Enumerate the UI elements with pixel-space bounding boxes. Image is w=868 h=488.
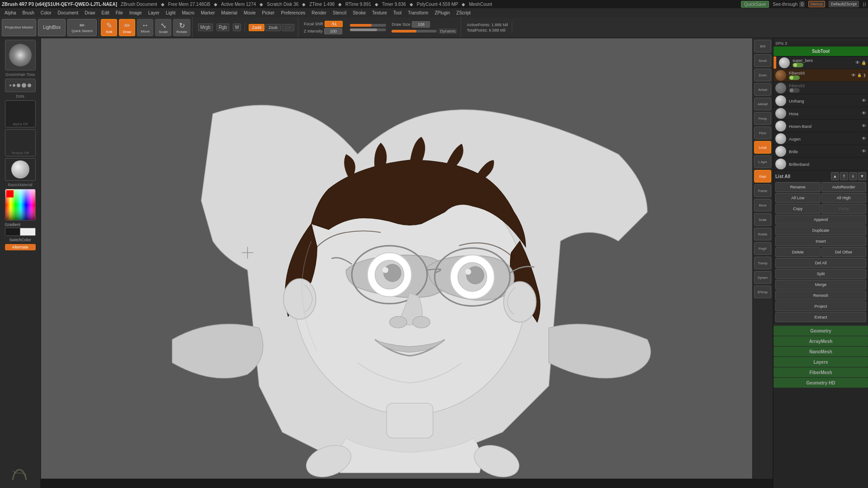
rgb-btn[interactable]: Rgb <box>217 23 229 31</box>
paste-btn[interactable]: Paste <box>821 204 867 214</box>
menu-stencil[interactable]: Stencil <box>330 9 349 16</box>
del-all-btn[interactable]: Del All <box>775 258 866 268</box>
subtool-item-hosen-band[interactable]: Hosen-Band 👁 <box>774 120 868 132</box>
subtool-eye-fibers93[interactable]: 👁 <box>851 73 856 78</box>
local-btn[interactable]: Local <box>754 141 771 154</box>
dots-preview[interactable] <box>5 79 36 92</box>
focal-shift-slider[interactable] <box>350 24 386 27</box>
quick-sketch-btn[interactable]: ✏ Quick Sketch <box>67 19 97 36</box>
nano-mesh-section[interactable]: NanoMesh <box>774 347 868 357</box>
subtool-item-fibers93b[interactable]: Fibers93 <box>774 82 868 94</box>
subtool-lock-fibers93[interactable]: 🔒 <box>857 73 862 77</box>
arrow-up[interactable]: ▲ <box>831 172 839 180</box>
menu-render[interactable]: Render <box>309 9 329 16</box>
brill-btn[interactable]: Brill <box>754 40 771 52</box>
persp-btn[interactable]: Persp <box>754 112 771 125</box>
scale-strip-btn[interactable]: Scale <box>754 213 771 226</box>
zoom-btn[interactable]: Zoom <box>754 69 771 81</box>
arrow-down[interactable]: ▼ <box>858 172 866 180</box>
remesh-btn[interactable]: Remesh <box>775 291 866 300</box>
subtool-lock-super-bers[interactable]: 🔒 <box>861 61 866 65</box>
menu-transform[interactable]: Transform <box>405 9 431 16</box>
dynam-btn[interactable]: Dynam <box>754 271 771 284</box>
menu-material[interactable]: Material <box>218 9 240 16</box>
draw-btn[interactable]: ✏ Draw <box>119 19 135 36</box>
z-intensity-slider[interactable] <box>350 28 386 31</box>
focal-shift-value[interactable]: -51 <box>325 21 343 27</box>
draw-size-slider[interactable] <box>392 30 437 33</box>
subtool-item-hosa[interactable]: Hosa 👁 <box>774 107 868 120</box>
duplicate-btn[interactable]: Duplicate <box>775 225 866 235</box>
subtool-eye-hosa[interactable]: 👁 <box>862 111 866 116</box>
gxyz-btn[interactable]: Gxyz <box>754 170 771 183</box>
menu-image[interactable]: Image <box>127 9 145 16</box>
menu-layer[interactable]: Layer <box>146 9 162 16</box>
extract-btn[interactable]: Extract <box>775 312 866 322</box>
menu-preferences[interactable]: Preferences <box>278 9 308 16</box>
move-btn[interactable]: ↔ Move <box>137 19 153 36</box>
actual-btn[interactable]: Actual <box>754 83 771 96</box>
copy-btn[interactable]: Copy <box>775 204 821 214</box>
texture-preview[interactable]: Texture Off <box>5 129 36 156</box>
m-btn[interactable]: M <box>233 23 241 31</box>
floor-btn[interactable]: Floor <box>754 127 771 139</box>
menu-document[interactable]: Document <box>55 9 81 16</box>
subtool-item-brillenband[interactable]: Brillenband <box>774 158 868 170</box>
subtool-eye-brille[interactable]: 👁 <box>862 149 866 154</box>
vis-toggle3[interactable] <box>789 88 800 93</box>
insert-btn[interactable]: Insert <box>775 236 866 246</box>
transp-btn[interactable]: Transp <box>754 257 771 269</box>
switch-color[interactable]: SwitchColor <box>9 238 31 242</box>
expand-icon[interactable]: ⟩⟩ <box>863 2 866 7</box>
subtool-item-brille[interactable]: Brille 👁 <box>774 145 868 158</box>
lightbox-btn[interactable]: LightBox <box>38 19 66 36</box>
rename-btn[interactable]: Rename <box>775 182 821 192</box>
subtool-eye-unihang[interactable]: 👁 <box>862 98 866 103</box>
menu-movie[interactable]: Movie <box>241 9 259 16</box>
array-mesh-section[interactable]: ArrayMesh <box>774 336 868 346</box>
geometry-section[interactable]: Geometry <box>774 326 868 336</box>
subtool-item-super-bers[interactable]: super_bers 👁 🔒 <box>774 56 868 69</box>
menu-tool[interactable]: Tool <box>391 9 404 16</box>
menu-alpha[interactable]: Alpha <box>2 9 19 16</box>
append-btn[interactable]: Append <box>775 215 866 225</box>
menus-btn[interactable]: Menus <box>808 1 825 7</box>
cut-btn[interactable]: Cut <box>282 24 294 31</box>
del-other-btn[interactable]: Del Other <box>821 247 867 257</box>
rotate-btn[interactable]: ↻ Rotate <box>173 19 190 36</box>
visibility-toggle[interactable] <box>793 63 803 67</box>
merge-btn[interactable]: Merge <box>775 280 866 290</box>
menu-brush[interactable]: Brush <box>20 9 37 16</box>
arrow-dn[interactable]: ⇓ <box>849 172 857 180</box>
gradient-bar[interactable] <box>5 228 36 236</box>
menu-zplugin[interactable]: ZPlugin <box>432 9 453 16</box>
edit-btn[interactable]: ✎ Edit <box>101 19 117 36</box>
move-strip-btn[interactable]: Move <box>754 199 771 211</box>
subtool-eye-augen[interactable]: 👁 <box>862 136 866 141</box>
arrow-dup[interactable]: ⇑ <box>840 172 848 180</box>
z-intensity-value[interactable]: 100 <box>324 28 342 34</box>
btemp-btn[interactable]: BTemp <box>754 286 771 298</box>
subtool-item-unihang[interactable]: Unihang 👁 <box>774 94 868 107</box>
menu-texture[interactable]: Texture <box>369 9 390 16</box>
menu-draw[interactable]: Draw <box>82 9 98 16</box>
zadd-btn[interactable]: Zadd <box>249 24 264 31</box>
menu-zscript[interactable]: ZScript <box>453 9 473 16</box>
geometry-hd-section[interactable]: Geometry HD <box>774 378 868 388</box>
canvas-area[interactable] <box>41 38 773 479</box>
material-preview[interactable] <box>5 158 36 181</box>
fiber-mesh-section[interactable]: FiberMesh <box>774 367 868 377</box>
subtool-eye-super-bers[interactable]: 👁 <box>855 60 860 65</box>
subtool-item-augen[interactable]: Augen 👁 <box>774 132 868 145</box>
layers-section[interactable]: Layers <box>774 357 868 367</box>
projection-master-btn[interactable]: Projection Master <box>2 19 36 36</box>
delete-btn[interactable]: Delete <box>775 247 821 257</box>
default-zscript[interactable]: DefaultZScript <box>829 1 859 7</box>
menu-stroke[interactable]: Stroke <box>350 9 368 16</box>
all-low-btn[interactable]: All Low <box>775 193 821 203</box>
color-picker[interactable] <box>5 189 36 221</box>
menu-color[interactable]: Color <box>38 9 54 16</box>
subtool-arrow-fibers93[interactable]: ❯ <box>863 73 866 77</box>
alpha-preview[interactable]: Alpha Off <box>5 100 36 127</box>
menu-edit[interactable]: Edit <box>99 9 112 16</box>
